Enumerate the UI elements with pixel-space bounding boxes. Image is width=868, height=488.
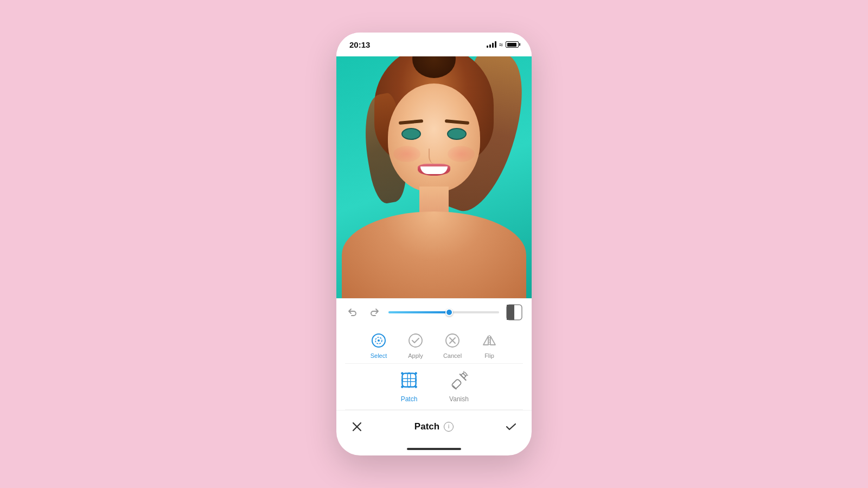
cancel-icon <box>443 331 462 350</box>
undo-button[interactable] <box>345 305 360 320</box>
svg-point-25 <box>401 379 404 381</box>
select-label: Select <box>371 352 387 359</box>
svg-rect-13 <box>402 373 416 387</box>
cancel-action[interactable]: Cancel <box>443 331 462 359</box>
compare-button[interactable] <box>506 304 523 321</box>
flip-label: Flip <box>484 352 494 359</box>
vanish-label: Vanish <box>449 395 469 403</box>
svg-marker-11 <box>490 336 495 345</box>
home-indicator <box>336 442 532 455</box>
redo-button[interactable] <box>367 305 382 320</box>
signal-icon <box>487 41 496 48</box>
progress-thumb[interactable] <box>445 309 453 316</box>
svg-point-24 <box>408 386 410 388</box>
select-action[interactable]: Select <box>369 331 388 359</box>
status-bar: 20:13 ≈ <box>336 33 532 56</box>
tool-title-text: Patch <box>414 421 439 432</box>
svg-line-32 <box>465 373 467 375</box>
progress-row <box>336 298 532 325</box>
svg-point-26 <box>415 379 417 381</box>
undo-redo-group <box>345 305 382 320</box>
patch-icon <box>397 368 421 392</box>
wifi-icon: ≈ <box>499 41 503 49</box>
svg-rect-28 <box>451 379 462 389</box>
svg-point-22 <box>414 386 417 388</box>
svg-point-20 <box>414 372 417 375</box>
status-icons: ≈ <box>487 41 519 49</box>
status-time: 20:13 <box>349 40 370 49</box>
apply-action[interactable]: Apply <box>406 331 425 359</box>
confirm-button[interactable] <box>503 419 519 434</box>
progress-fill <box>388 311 449 313</box>
svg-point-23 <box>408 373 410 375</box>
phone-shell: 20:13 ≈ <box>336 33 532 455</box>
vanish-icon <box>447 368 471 392</box>
close-button[interactable] <box>349 419 365 434</box>
apply-icon <box>406 331 425 350</box>
svg-point-5 <box>378 339 380 342</box>
cancel-label: Cancel <box>443 352 462 359</box>
battery-icon <box>506 41 519 48</box>
svg-point-19 <box>401 372 404 375</box>
photo-background <box>336 56 532 298</box>
progress-track[interactable] <box>388 311 499 313</box>
svg-rect-2 <box>507 305 509 320</box>
svg-rect-14 <box>402 373 416 387</box>
tool-row: Patch Vanish <box>336 364 532 409</box>
svg-marker-10 <box>483 336 488 345</box>
bottom-bar: Patch i <box>336 410 532 442</box>
svg-point-6 <box>409 334 422 347</box>
flip-action[interactable]: Flip <box>480 331 499 359</box>
info-button[interactable]: i <box>444 422 454 432</box>
flip-icon <box>480 331 499 350</box>
vanish-tool[interactable]: Vanish <box>447 368 471 403</box>
patch-label: Patch <box>401 395 418 403</box>
tool-title-group: Patch i <box>414 421 454 432</box>
apply-label: Apply <box>408 352 423 359</box>
svg-point-21 <box>401 386 404 388</box>
photo-area <box>336 56 532 298</box>
select-icon <box>369 331 388 350</box>
home-bar <box>407 448 461 450</box>
patch-tool[interactable]: Patch <box>397 368 421 403</box>
action-buttons-row: Select Apply Cancel <box>336 325 532 363</box>
